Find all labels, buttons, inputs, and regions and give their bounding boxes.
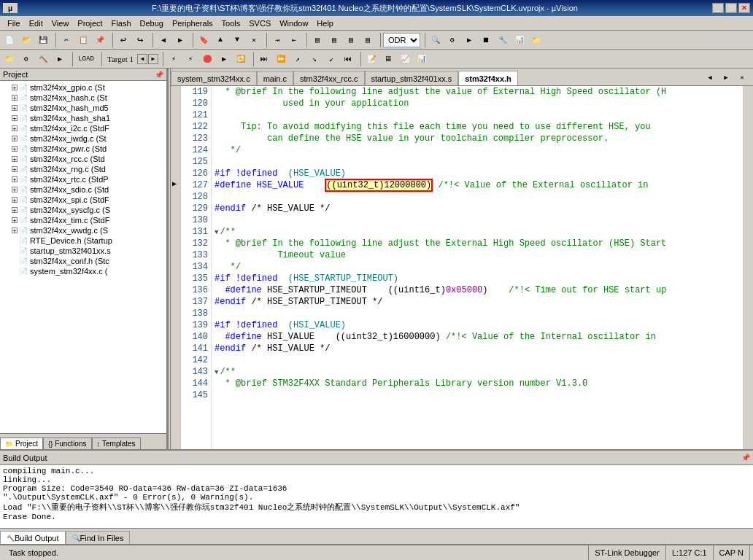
menu-project[interactable]: Project (73, 18, 107, 29)
tb2-extra4[interactable]: 📊 (414, 51, 430, 67)
build-pin-icon[interactable]: 📌 (741, 454, 750, 462)
tb2-dbg1[interactable]: ⏭ (256, 51, 272, 67)
clear-bookmark-button[interactable]: ✕ (246, 32, 262, 48)
next-bookmark-button[interactable]: ▼ (229, 32, 245, 48)
col-button4[interactable]: ▤ (360, 32, 376, 48)
tree-item[interactable]: +📄stm32f4xx_spi.c (StdF (0, 195, 166, 205)
tb2-dbg5[interactable]: ↙ (323, 51, 339, 67)
code-content[interactable]: * @brief In the following line adjust th… (212, 86, 743, 449)
menu-peripherals[interactable]: Peripherals (168, 18, 217, 29)
proj-tb3[interactable]: 🔨 (35, 51, 51, 67)
tb2-btn3[interactable]: 🛑 (199, 51, 215, 67)
odr-dropdown[interactable]: ODR (383, 33, 420, 47)
toolbar-btn-extra1[interactable]: 🔍 (428, 32, 444, 48)
outdent-button[interactable]: ⇤ (286, 32, 302, 48)
menu-window[interactable]: Window (275, 18, 312, 29)
toolbar-btn-extra2[interactable]: ⚙ (444, 32, 460, 48)
build-tab-find[interactable]: 🔍 Find In Files (66, 531, 131, 544)
toolbar-btn-extra6[interactable]: 📊 (511, 32, 528, 48)
menu-debug[interactable]: Debug (136, 18, 168, 29)
tree-item[interactable]: +📄stm32f4xx_hash_md5 (0, 103, 166, 113)
menu-svcs[interactable]: SVCS (244, 18, 275, 29)
tab-system-stm32[interactable]: system_stm32f4xx.c (171, 71, 257, 85)
open-button[interactable]: 📂 (18, 32, 34, 48)
col-button1[interactable]: ▤ (309, 32, 325, 48)
prev-bookmark-button[interactable]: ▲ (212, 32, 228, 48)
nav-back-button[interactable]: ◀ (155, 32, 171, 48)
tab-project[interactable]: 📁 Project (0, 438, 43, 449)
tree-item[interactable]: +📄stm32f4xx_hash_sha1 (0, 113, 166, 123)
tree-item[interactable]: +📄stm32f4xx_hash.c (St (0, 93, 166, 103)
undo-button[interactable]: ↩ (115, 32, 131, 48)
cut-button[interactable]: ✂ (58, 32, 74, 48)
proj-tb2[interactable]: ⚙ (18, 51, 34, 67)
paste-button[interactable]: 📌 (92, 32, 108, 48)
toolbar-btn-extra3[interactable]: ▶ (461, 32, 477, 48)
tree-item[interactable]: 📄system_stm32f4xx.c ( (0, 266, 166, 276)
menu-view[interactable]: View (47, 18, 74, 29)
tab-templates[interactable]: ↕ Templates (92, 438, 141, 449)
tree-item[interactable]: +📄stm32f4xx_syscfg.c (S (0, 205, 166, 215)
nav-fwd-button[interactable]: ▶ (172, 32, 188, 48)
close-button[interactable]: ✕ (738, 3, 750, 13)
tree-item[interactable]: 📄RTE_Device.h (Startup (0, 236, 166, 246)
tree-item[interactable]: +📄stm32f4xx_rcc.c (Std (0, 154, 166, 164)
proj-tb1[interactable]: 📁 (1, 51, 18, 67)
indent-button[interactable]: ⇥ (269, 32, 285, 48)
tab-close-all[interactable]: ✕ (734, 69, 750, 85)
tree-item[interactable]: +📄stm32f4xx_tim.c (StdF (0, 215, 166, 225)
menu-file[interactable]: File (3, 18, 25, 29)
tb2-dbg6[interactable]: ⏮ (340, 51, 356, 67)
tab-controls[interactable]: ◀ ▶ ✕ (702, 69, 753, 85)
copy-button[interactable]: 📋 (75, 32, 91, 48)
tree-item[interactable]: +📄stm32f4xx_rng.c (Std (0, 164, 166, 174)
tree-item[interactable]: +📄stm32f4xx_wwdg.c (S (0, 225, 166, 236)
tb2-btn4[interactable]: ▶ (216, 51, 232, 67)
col-button3[interactable]: ▤ (343, 32, 359, 48)
tab-scroll-right[interactable]: ▶ (718, 69, 734, 85)
maximize-button[interactable]: □ (725, 3, 737, 13)
tree-item[interactable]: +📄stm32f4xx_i2c.c (StdF (0, 123, 166, 133)
menu-edit[interactable]: Edit (25, 18, 47, 29)
tab-main[interactable]: main.c (257, 71, 293, 85)
toolbar-btn-extra7[interactable]: 📁 (528, 32, 544, 48)
tab-scroll-left[interactable]: ◀ (702, 69, 718, 85)
toolbar-btn-extra4[interactable]: ⏹ (478, 32, 494, 48)
tb2-dbg3[interactable]: ↗ (290, 51, 306, 67)
target-next[interactable]: ▶ (148, 54, 158, 64)
menu-flash[interactable]: Flash (107, 18, 136, 29)
tree-item[interactable]: 📄stm32f4xx_conf.h (Stc (0, 256, 166, 266)
target-prev[interactable]: ◀ (137, 54, 147, 64)
save-button[interactable]: 💾 (35, 32, 51, 48)
tb2-extra3[interactable]: 📈 (397, 51, 413, 67)
tb2-dbg4[interactable]: ↘ (306, 51, 323, 67)
tree-item[interactable]: 📄startup_stm32f401xx.s (0, 246, 166, 256)
project-pin-icon[interactable]: 📌 (155, 71, 163, 79)
tb2-btn1[interactable]: ⚡ (166, 51, 182, 67)
col-button2[interactable]: ▤ (326, 32, 342, 48)
load-btn[interactable]: LOAD (75, 51, 97, 67)
redo-button[interactable]: ↪ (132, 32, 148, 48)
build-tab-output[interactable]: 🔨 Build Output (0, 531, 66, 544)
minimize-button[interactable]: _ (712, 3, 724, 13)
tb2-extra1[interactable]: 📝 (363, 51, 379, 67)
tree-item[interactable]: +📄stm32f4xx_pwr.c (Std (0, 144, 166, 154)
tree-item[interactable]: +📄stm32f4xx_rtc.c (StdP (0, 174, 166, 184)
toolbar-btn-extra5[interactable]: 🔧 (495, 32, 511, 48)
tab-startup[interactable]: startup_stm32f401xx.s (365, 71, 459, 85)
tb2-btn5[interactable]: 🔁 (233, 51, 249, 67)
proj-tb4[interactable]: ▶ (52, 51, 68, 67)
tab-functions[interactable]: {} Functions (43, 438, 91, 449)
new-file-button[interactable]: 📄 (1, 32, 18, 48)
menu-tools[interactable]: Tools (217, 18, 245, 29)
tab-rcc[interactable]: stm32f4xx_rcc.c (293, 71, 364, 85)
tree-item[interactable]: +📄stm32f4xx_iwdg.c (St (0, 133, 166, 144)
tb2-btn2[interactable]: ⚡ (182, 51, 198, 67)
tree-item[interactable]: +📄stm32f4xx_gpio.c (St (0, 82, 166, 93)
tb2-extra2[interactable]: 🖥 (380, 51, 396, 67)
tab-stm32f4xx-h[interactable]: stm32f4xx.h (458, 71, 518, 85)
menu-help[interactable]: Help (312, 18, 338, 29)
tb2-dbg2[interactable]: ⏩ (273, 51, 289, 67)
bookmark-button[interactable]: 🔖 (196, 32, 212, 48)
tree-item[interactable]: +📄stm32f4xx_sdio.c (Std (0, 184, 166, 195)
